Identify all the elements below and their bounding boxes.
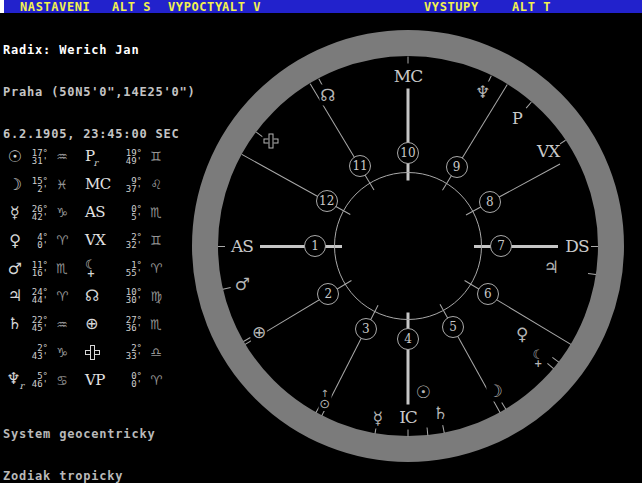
house-cusp-line-1: [260, 245, 342, 248]
neptune-icon: ♆: [475, 82, 490, 102]
wheel-neptune-icon: ♆: [474, 82, 491, 103]
mc-tick: [408, 56, 409, 63]
sun-icon: ☉: [416, 382, 431, 402]
house-number-4: 4: [397, 328, 419, 350]
cross-point-icon: [264, 134, 279, 149]
axis-label-ic: IC: [398, 407, 418, 427]
wheel-sun-icon: ☉: [415, 382, 432, 403]
wheel-pluto-icon: P: [511, 108, 523, 129]
house-cusp-line-4: [407, 312, 410, 404]
wheel-mercury-icon: ☿: [371, 408, 383, 429]
house-cusp-line-7: [474, 245, 558, 248]
wheel-saturn-icon: ♄: [432, 402, 449, 423]
inner-circle: [334, 172, 482, 320]
wheel-moon-icon: ☽: [486, 380, 503, 401]
ds-tick: [591, 246, 598, 247]
north-node-icon: ☊: [320, 85, 335, 105]
wheel-part-of-fortune-icon: ⊕: [251, 322, 267, 343]
wheel-north-node-icon: ☊: [319, 85, 336, 106]
moon-icon: ☽: [487, 380, 502, 400]
jupiter-icon: ♃: [544, 257, 559, 277]
settings-footer: System geocentricky Zodiak tropicky Domy…: [3, 399, 220, 483]
wheel-cross-point-icon: [263, 133, 280, 154]
wheel-uranus-icon: ↑⊙: [318, 381, 331, 411]
house-number-12: 12: [316, 190, 338, 212]
house-number-8: 8: [479, 191, 501, 213]
house-number-7: 7: [490, 235, 512, 257]
setting-system: System geocentricky: [3, 427, 220, 441]
wheel-mars-icon: ♂: [234, 274, 251, 295]
as-tick: [218, 246, 225, 247]
house-cusp-line-10: [407, 88, 410, 180]
pluto-label: P: [512, 109, 522, 128]
app-screen: NASTAVENIALT SVYPOCTYALT VVYSTUPYALT T R…: [0, 0, 642, 483]
wheel-lilith-icon: ☾+: [531, 343, 545, 368]
mercury-icon: ☿: [372, 408, 382, 428]
venus-icon: ♀: [516, 323, 528, 343]
axis-label-as: AS: [230, 236, 254, 256]
wheel-jupiter-icon: ♃: [543, 257, 560, 278]
axis-label-mc: MC: [393, 66, 423, 86]
house-number-1: 1: [304, 235, 326, 257]
saturn-icon: ♄: [433, 402, 448, 422]
uranus-icon: ↑⊙: [319, 391, 330, 410]
axis-label-ds: DS: [564, 236, 589, 256]
house-number-9: 9: [446, 156, 468, 178]
axis-label-vx: VX: [536, 141, 560, 161]
house-number-6: 6: [477, 283, 499, 305]
mars-icon: ♂: [235, 274, 250, 294]
part-of-fortune-icon: ⊕: [252, 322, 266, 342]
lilith-icon: ☾+: [532, 350, 544, 367]
house-number-3: 3: [355, 318, 377, 340]
ic-tick: [408, 429, 409, 436]
setting-zodiac: Zodiak tropicky: [3, 469, 220, 483]
house-number-10: 10: [397, 142, 419, 164]
wheel-venus-icon: ♀: [515, 323, 529, 344]
house-number-2: 2: [317, 283, 339, 305]
